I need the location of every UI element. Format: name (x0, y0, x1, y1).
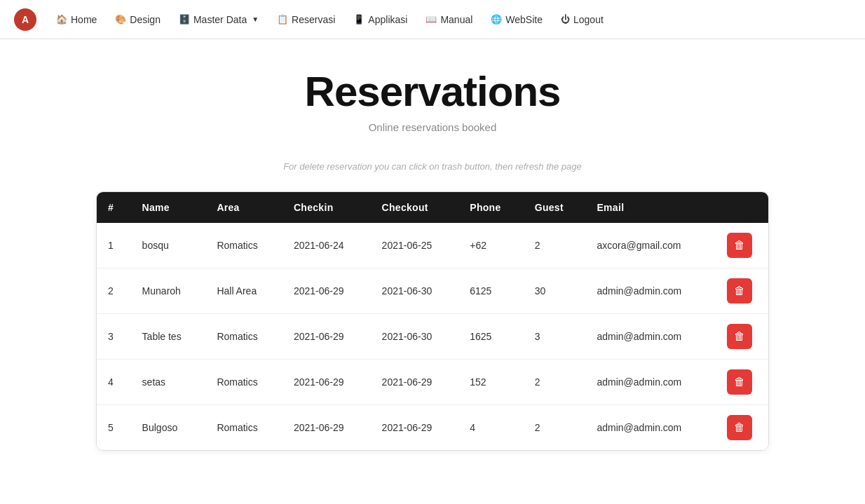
column-header-#: # (97, 192, 131, 223)
info-text: For delete reservation you can click on … (283, 161, 582, 172)
cell-action: 🗑 (716, 268, 768, 314)
cell-checkin: 2021-06-29 (282, 314, 371, 360)
cell-action: 🗑 (716, 314, 768, 360)
cell-guest: 3 (524, 314, 586, 360)
nav-icon: 🌐 (491, 14, 502, 25)
nav-icon: 📋 (277, 14, 288, 25)
nav-item-applikasi[interactable]: 📱Applikasi (346, 10, 414, 29)
nav-item-logout[interactable]: ⏻Logout (554, 10, 611, 29)
cell-checkin: 2021-06-24 (282, 223, 371, 268)
cell-checkout: 2021-06-25 (371, 223, 459, 268)
nav-icon: 📖 (425, 14, 437, 25)
cell-name: Table tes (131, 314, 206, 360)
cell-email: admin@admin.com (585, 405, 715, 451)
delete-button[interactable]: 🗑 (727, 324, 752, 349)
dropdown-icon: ▼ (252, 15, 259, 23)
cell-guest: 2 (524, 223, 586, 268)
cell-name: bosqu (131, 223, 206, 268)
navbar: A 🏠Home🎨Design🗄️Master Data▼📋Reservasi📱A… (0, 0, 865, 39)
nav-label: Logout (573, 14, 604, 25)
cell-num: 1 (97, 223, 131, 268)
nav-icon: ⏻ (561, 14, 570, 25)
nav-item-manual[interactable]: 📖Manual (418, 10, 479, 29)
column-header-Phone: Phone (458, 192, 523, 223)
cell-area: Romatics (205, 223, 282, 268)
reservations-table-wrapper: #NameAreaCheckinCheckoutPhoneGuestEmail … (96, 191, 769, 451)
cell-guest: 30 (524, 268, 586, 314)
cell-email: axcora@gmail.com (585, 223, 715, 268)
nav-label: WebSite (505, 14, 543, 25)
column-header-action (716, 192, 768, 223)
nav-items: 🏠Home🎨Design🗄️Master Data▼📋Reservasi📱App… (49, 10, 611, 29)
nav-icon: 📱 (353, 14, 365, 25)
cell-area: Romatics (205, 314, 282, 360)
nav-item-home[interactable]: 🏠Home (49, 10, 104, 29)
cell-action: 🗑 (716, 405, 768, 451)
nav-label: Home (71, 14, 97, 25)
cell-guest: 2 (524, 360, 586, 405)
cell-checkin: 2021-06-29 (282, 360, 371, 405)
cell-phone: 1625 (458, 314, 523, 360)
cell-action: 🗑 (716, 360, 768, 405)
delete-button[interactable]: 🗑 (727, 278, 752, 304)
table-row: 1bosquRomatics2021-06-242021-06-25+622ax… (97, 223, 768, 268)
cell-name: setas (131, 360, 206, 405)
cell-num: 4 (97, 360, 131, 405)
nav-label: Manual (440, 14, 472, 25)
column-header-Area: Area (205, 192, 282, 223)
nav-label: Reservasi (292, 14, 335, 25)
nav-label: Master Data (193, 14, 247, 25)
cell-email: admin@admin.com (585, 360, 715, 405)
delete-button[interactable]: 🗑 (727, 369, 752, 395)
brand-logo: A (14, 8, 36, 31)
delete-button[interactable]: 🗑 (727, 233, 752, 258)
cell-checkout: 2021-06-29 (371, 405, 459, 451)
cell-checkin: 2021-06-29 (282, 405, 371, 451)
cell-num: 5 (97, 405, 131, 451)
cell-area: Romatics (205, 405, 282, 451)
table-header-row: #NameAreaCheckinCheckoutPhoneGuestEmail (97, 192, 768, 223)
reservations-table: #NameAreaCheckinCheckoutPhoneGuestEmail … (97, 192, 768, 450)
table-row: 2MunarohHall Area2021-06-292021-06-30612… (97, 268, 768, 314)
nav-label: Applikasi (368, 14, 407, 25)
nav-icon: 🗄️ (179, 14, 190, 25)
main-content: Reservations Online reservations booked … (0, 39, 865, 493)
cell-area: Hall Area (205, 268, 282, 314)
nav-item-reservasi[interactable]: 📋Reservasi (270, 10, 342, 29)
cell-action: 🗑 (716, 223, 768, 268)
table-row: 3Table tesRomatics2021-06-292021-06-3016… (97, 314, 768, 360)
table-row: 5BulgosoRomatics2021-06-292021-06-2942ad… (97, 405, 768, 451)
cell-phone: 4 (458, 405, 523, 451)
column-header-Guest: Guest (524, 192, 586, 223)
nav-icon: 🏠 (56, 14, 67, 25)
cell-name: Munaroh (131, 268, 206, 314)
page-subtitle: Online reservations booked (369, 121, 497, 133)
cell-guest: 2 (524, 405, 586, 451)
nav-item-master-data[interactable]: 🗄️Master Data▼ (172, 10, 266, 29)
nav-icon: 🎨 (115, 14, 126, 25)
cell-checkout: 2021-06-30 (371, 268, 459, 314)
cell-email: admin@admin.com (585, 268, 715, 314)
table-row: 4setasRomatics2021-06-292021-06-291522ad… (97, 360, 768, 405)
footer: © 2021 build with axcora technology (0, 493, 865, 504)
nav-item-website[interactable]: 🌐WebSite (484, 10, 550, 29)
cell-phone: 6125 (458, 268, 523, 314)
delete-button[interactable]: 🗑 (727, 415, 752, 440)
column-header-Checkin: Checkin (282, 192, 371, 223)
table-body: 1bosquRomatics2021-06-242021-06-25+622ax… (97, 223, 768, 450)
cell-checkin: 2021-06-29 (282, 268, 371, 314)
cell-checkout: 2021-06-30 (371, 314, 459, 360)
cell-phone: 152 (458, 360, 523, 405)
cell-name: Bulgoso (131, 405, 206, 451)
cell-phone: +62 (458, 223, 523, 268)
page-title: Reservations (305, 67, 561, 116)
column-header-Checkout: Checkout (371, 192, 459, 223)
cell-num: 3 (97, 314, 131, 360)
nav-label: Design (130, 14, 161, 25)
column-header-Name: Name (131, 192, 206, 223)
column-header-Email: Email (585, 192, 715, 223)
cell-area: Romatics (205, 360, 282, 405)
cell-num: 2 (97, 268, 131, 314)
cell-checkout: 2021-06-29 (371, 360, 459, 405)
nav-item-design[interactable]: 🎨Design (108, 10, 168, 29)
